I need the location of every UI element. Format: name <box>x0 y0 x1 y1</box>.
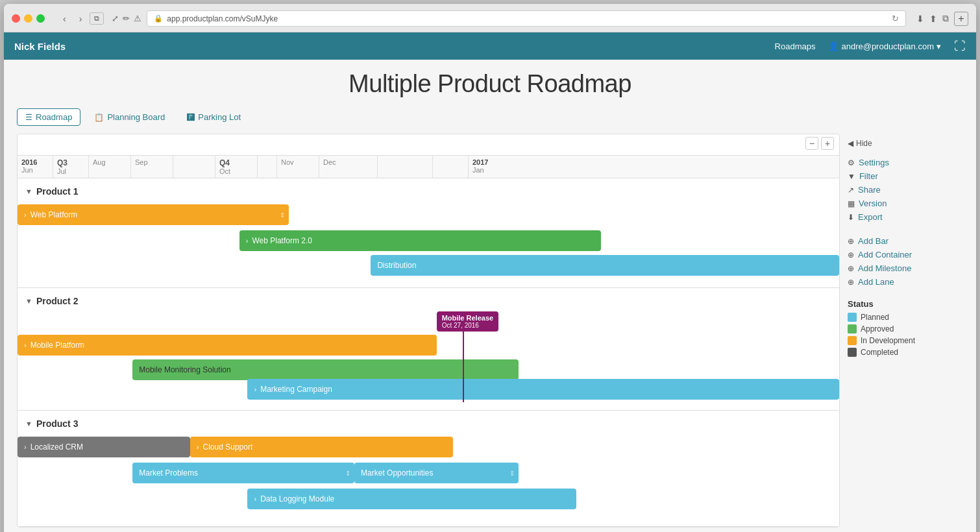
status-completed: Completed <box>848 348 955 357</box>
roadmaps-link[interactable]: Roadmaps <box>775 42 816 51</box>
market-opportunities-bar[interactable]: Market Opportunities ⇕ <box>354 463 519 483</box>
col-sep: Sep <box>131 156 173 178</box>
sidebar-add: ⊕ Add Bar ⊕ Add Container ⊕ Add Mileston… <box>848 234 955 289</box>
planned-dot <box>848 313 857 322</box>
user-menu[interactable]: 👤 andre@productplan.com ▾ <box>828 42 941 51</box>
tool2-button[interactable]: ✏ <box>123 14 130 23</box>
milestone-label: Mobile Release Oct 27, 2016 <box>437 311 498 332</box>
market-problems-bar[interactable]: Market Problems ⇕ <box>132 463 354 483</box>
add-milestone-item[interactable]: ⊕ Add Milestone <box>848 261 955 275</box>
product2-collapse[interactable]: ▼ <box>25 297 32 305</box>
add-lane-icon: ⊕ <box>848 278 854 287</box>
product3-label: Product 3 <box>36 418 79 429</box>
bar-label: Market Problems <box>139 468 198 478</box>
bar-arrow-icon: › <box>197 443 199 451</box>
tab-parking[interactable]: 🅿 Parking Lot <box>178 108 249 126</box>
fullscreen-button[interactable]: ⛶ <box>954 40 966 53</box>
approved-dot <box>848 324 857 333</box>
product1-section: ▼ Product 1 › Web Platform ⇕ <box>18 178 839 288</box>
new-tab-button[interactable]: + <box>954 12 968 26</box>
data-logging-bar[interactable]: › Data Logging Module <box>247 489 576 509</box>
milestone-line <box>463 332 464 402</box>
share-action-button[interactable]: ⬆ <box>929 13 937 24</box>
col-2016: 2016 Jun <box>18 156 53 178</box>
product2-section: ▼ Product 2 Mobile Release Oct 27, 2016 <box>18 288 839 411</box>
tab-bar: ☰ Roadmap 📋 Planning Board 🅿 Parking Lot <box>17 108 963 126</box>
roadmap-area: − + 2016 Jun Q3 Jul <box>17 134 840 527</box>
reload-button[interactable]: ↻ <box>892 14 899 23</box>
product1-header: ▼ Product 1 <box>18 184 839 202</box>
web-platform2-bar[interactable]: › Web Platform 2.0 <box>239 230 601 251</box>
col-empty1 <box>173 156 215 178</box>
bar-label: Mobile Monitoring Solution <box>139 365 230 374</box>
tab-planning[interactable]: 📋 Planning Board <box>86 108 173 126</box>
close-button[interactable] <box>12 14 20 23</box>
expand-icon: ⇕ <box>345 470 350 477</box>
right-sidebar: ◀ Hide ⚙ Settings ▼ Filter ↗ <box>840 134 963 527</box>
url-text: app.productplan.com/vSuMJyke <box>167 14 278 23</box>
hide-button[interactable]: ◀ Hide <box>848 139 955 148</box>
version-icon: ▦ <box>848 199 855 208</box>
distribution-bar[interactable]: Distribution <box>371 255 839 276</box>
tab-roadmap[interactable]: ☰ Roadmap <box>17 108 80 126</box>
product3-collapse[interactable]: ▼ <box>25 420 32 428</box>
version-item[interactable]: ▦ Version <box>848 197 955 210</box>
localized-crm-bar[interactable]: › Localized CRM <box>18 437 190 457</box>
export-icon: ⬇ <box>848 213 854 222</box>
bar-arrow-icon: › <box>24 211 27 219</box>
planning-tab-icon: 📋 <box>94 113 104 122</box>
completed-dot <box>848 348 857 357</box>
add-milestone-icon: ⊕ <box>848 264 854 273</box>
web-platform-bar[interactable]: › Web Platform ⇕ <box>18 204 289 225</box>
export-item[interactable]: ⬇ Export <box>848 210 955 224</box>
tabs-button[interactable]: ⧉ <box>942 13 949 24</box>
product2-header: ▼ Product 2 <box>18 293 839 311</box>
cloud-support-bar[interactable]: › Cloud Support <box>190 437 453 457</box>
filter-icon: ▼ <box>848 172 855 181</box>
col-2017: 2017 Jan <box>469 156 517 178</box>
status-planned: Planned <box>848 313 955 322</box>
bar-arrow-icon: › <box>254 385 256 393</box>
bar-label: Web Platform <box>31 210 77 219</box>
product1-collapse[interactable]: ▼ <box>25 187 32 195</box>
marketing-bar[interactable]: › Marketing Campaign <box>247 379 839 400</box>
share-item[interactable]: ↗ Share <box>848 183 955 197</box>
product3-section: ▼ Product 3 › Localized CRM › <box>18 411 839 527</box>
filter-item[interactable]: ▼ Filter <box>848 169 955 183</box>
product2-label: Product 2 <box>36 296 79 306</box>
bar-arrow-icon: › <box>24 341 27 349</box>
add-lane-item[interactable]: ⊕ Add Lane <box>848 275 955 289</box>
zoom-out-button[interactable]: − <box>805 137 818 150</box>
minimize-button[interactable] <box>24 14 32 23</box>
col-q4: Q4 Oct <box>215 156 258 178</box>
status-in-development: In Development <box>848 336 955 345</box>
add-container-icon: ⊕ <box>848 250 854 260</box>
tool3-button[interactable]: ⚠ <box>134 14 141 23</box>
bar-label: Market Opportunities <box>361 468 433 478</box>
page-title: Multiple Product Roadmap <box>17 70 963 98</box>
window-view-button[interactable]: ⧉ <box>90 12 104 25</box>
col-empty4 <box>433 156 469 178</box>
tool1-button[interactable]: ⤢ <box>112 14 119 23</box>
settings-icon: ⚙ <box>848 158 855 167</box>
mobile-platform-bar[interactable]: › Mobile Platform <box>18 335 437 356</box>
share-icon: ↗ <box>848 186 854 195</box>
bar-label: Localized CRM <box>31 442 83 452</box>
sidebar-tools: ⚙ Settings ▼ Filter ↗ Share ▦ <box>848 156 955 224</box>
maximize-button[interactable] <box>36 14 45 23</box>
forward-button[interactable]: › <box>77 12 85 25</box>
product2-timeline: Mobile Release Oct 27, 2016 › Mobile Pla… <box>18 311 839 402</box>
add-bar-item[interactable]: ⊕ Add Bar <box>848 234 955 248</box>
bar-arrow-icon: › <box>254 495 256 503</box>
back-button[interactable]: ‹ <box>60 12 69 25</box>
download-button[interactable]: ⬇ <box>916 13 924 24</box>
status-approved: Approved <box>848 324 955 333</box>
roadmap-tab-icon: ☰ <box>25 113 32 122</box>
bar-label: Mobile Platform <box>31 341 84 350</box>
settings-item[interactable]: ⚙ Settings <box>848 156 955 169</box>
add-container-item[interactable]: ⊕ Add Container <box>848 248 955 261</box>
url-bar[interactable]: 🔒 app.productplan.com/vSuMJyke ↻ <box>147 10 906 27</box>
zoom-in-button[interactable]: + <box>821 137 834 150</box>
col-empty2 <box>258 156 277 178</box>
col-aug: Aug <box>89 156 131 178</box>
